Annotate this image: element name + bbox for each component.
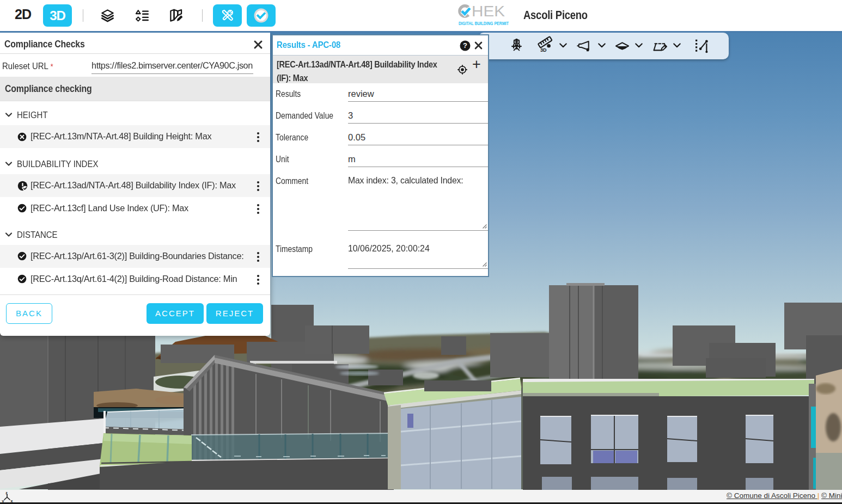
svg-text:DIGITAL BUILDING PERMIT: DIGITAL BUILDING PERMIT [459, 21, 509, 26]
svg-text:z: z [5, 491, 8, 495]
svg-text:?: ? [463, 41, 467, 50]
svg-text:HEK: HEK [472, 4, 505, 20]
